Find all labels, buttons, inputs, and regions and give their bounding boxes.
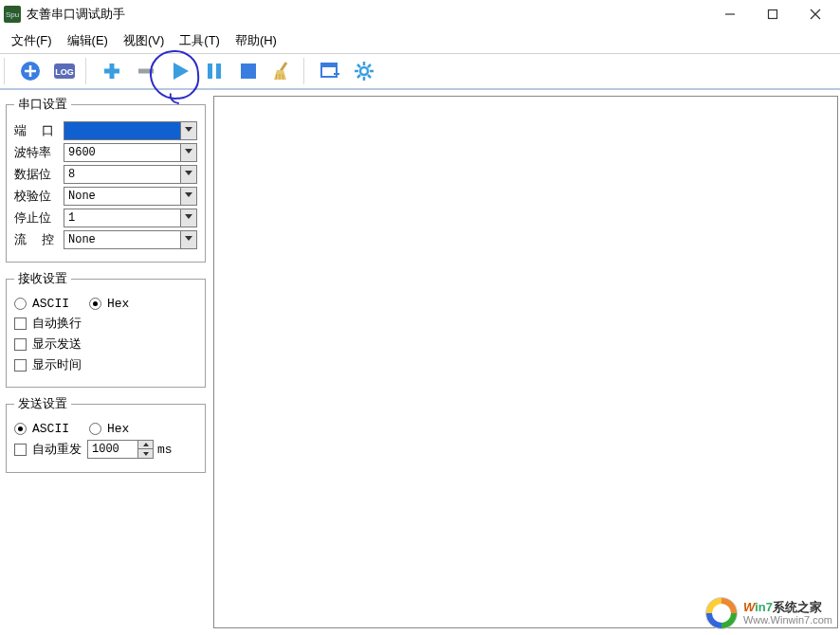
auto-resend-label: 自动重发 [32,441,87,458]
flow-dropdown-button[interactable] [180,231,196,248]
autowrap-checkbox[interactable] [14,318,27,330]
svg-line-16 [281,63,286,71]
recv-ascii-radio[interactable] [14,298,27,310]
chevron-down-icon [185,127,192,135]
pause-icon [205,62,224,81]
interval-unit: ms [157,443,173,457]
recv-ascii-label: ASCII [32,297,89,311]
svg-point-25 [360,67,368,75]
showsend-label: 显示发送 [32,336,82,353]
send-ascii-label: ASCII [32,422,89,436]
minus-button[interactable] [133,58,159,84]
svg-marker-12 [173,63,189,80]
send-hex-radio[interactable] [89,423,101,435]
add-port-button[interactable] [17,58,44,84]
stopbits-dropdown-button[interactable] [180,209,196,227]
stop-button[interactable] [235,58,262,84]
svg-rect-1 [768,10,776,19]
baud-combo[interactable]: 9600 [64,143,197,162]
watermark-logo-icon [705,597,738,629]
output-panel[interactable] [213,96,838,628]
stopbits-combo[interactable]: 1 [64,209,197,227]
send-hex-label: Hex [107,422,129,436]
menu-file[interactable]: 文件(F) [6,30,58,51]
clear-button[interactable] [269,58,296,84]
maximize-icon [767,9,778,20]
chevron-down-icon [143,452,149,456]
showsend-checkbox[interactable] [14,338,27,351]
receive-settings-legend: 接收设置 [14,270,71,287]
flow-combo[interactable]: None [64,230,197,249]
send-settings-group: 发送设置 ASCII Hex 自动重发 1000 ms [6,395,206,473]
menu-bar: 文件(F) 编辑(E) 视图(V) 工具(T) 帮助(H) [0,28,840,54]
send-ascii-radio[interactable] [14,423,27,435]
new-window-icon [320,61,340,82]
pause-button[interactable] [201,58,228,84]
svg-marker-38 [185,214,192,219]
minimize-button[interactable] [708,0,751,28]
main-area: 串口设置 端 口 波特率 9600 数据位 8 [0,90,840,634]
databits-combo[interactable]: 8 [64,165,197,184]
showtime-checkbox[interactable] [14,359,27,372]
baud-value: 9600 [64,146,180,159]
autowrap-label: 自动换行 [32,315,82,332]
flow-value: None [64,233,180,246]
serial-settings-group: 串口设置 端 口 波特率 9600 数据位 8 [6,96,206,263]
minus-icon [137,62,155,81]
baud-label: 波特率 [14,144,60,161]
auto-resend-checkbox[interactable] [14,444,27,456]
svg-rect-14 [216,64,221,79]
parity-combo[interactable]: None [64,187,197,206]
svg-rect-22 [321,64,337,67]
app-icon: Spu [4,6,21,23]
add-port-icon [20,61,41,82]
port-combo[interactable] [64,121,197,140]
close-button[interactable] [794,0,836,28]
databits-value: 8 [64,168,180,181]
menu-tools[interactable]: 工具(T) [173,30,226,51]
svg-marker-40 [143,443,149,446]
play-icon [170,61,191,82]
menu-view[interactable]: 视图(V) [118,30,170,51]
chevron-down-icon [185,214,192,222]
maximize-button[interactable] [751,0,794,28]
toolbar-separator [85,58,91,84]
parity-dropdown-button[interactable] [180,188,196,205]
chevron-down-icon [185,236,192,244]
recv-hex-radio[interactable] [89,298,101,310]
close-icon [810,9,821,20]
port-dropdown-button[interactable] [180,122,196,139]
watermark-brand: Win7系统之家 [743,600,832,615]
svg-marker-41 [143,452,149,456]
flow-label: 流 控 [14,231,60,248]
settings-button[interactable] [351,58,377,84]
toolbar-separator [4,58,9,84]
log-icon: LOG [53,61,76,82]
menu-edit[interactable]: 编辑(E) [62,30,114,51]
svg-marker-37 [185,192,192,197]
chevron-down-icon [185,192,192,200]
databits-dropdown-button[interactable] [180,166,196,183]
log-button[interactable]: LOG [51,58,78,84]
interval-up[interactable] [137,441,153,449]
baud-dropdown-button[interactable] [180,144,196,161]
databits-label: 数据位 [14,166,60,183]
parity-label: 校验位 [14,188,60,205]
toolbar: LOG [0,54,840,90]
parity-value: None [64,190,180,203]
recv-hex-label: Hex [107,297,129,311]
left-panel: 串口设置 端 口 波特率 9600 数据位 8 [0,90,211,634]
interval-spinner[interactable]: 1000 [87,440,154,459]
port-label: 端 口 [14,122,60,139]
svg-text:LOG: LOG [55,67,74,77]
interval-down[interactable] [137,449,153,458]
plus-button[interactable] [99,58,125,84]
new-window-button[interactable] [317,58,343,84]
svg-marker-36 [185,171,192,175]
stopbits-value: 1 [64,211,180,225]
watermark-url: Www.Winwin7.com [743,614,832,626]
chevron-down-icon [185,171,192,178]
svg-marker-39 [185,236,192,241]
menu-help[interactable]: 帮助(H) [229,30,283,51]
play-button[interactable] [167,58,193,84]
